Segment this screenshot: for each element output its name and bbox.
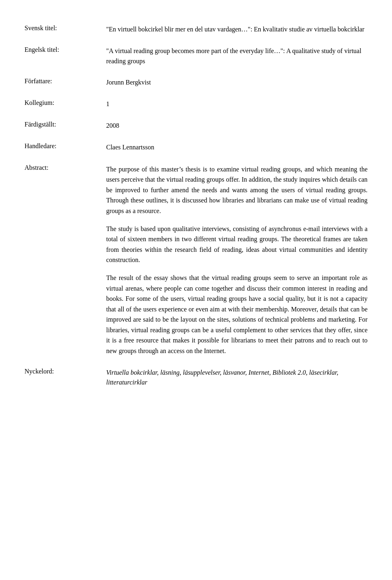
label-nyckelord: Nyckelord: [24,368,106,375]
row-nyckelord: Nyckelord:Virtuella bokcirklar, läsning,… [24,368,368,388]
label-kollegium: Kollegium: [24,99,106,107]
value-engelsk-titel: "A virtual reading group becomes more pa… [106,46,368,67]
page: Svensk titel:"En virtuell bokcirkel blir… [24,24,368,388]
row-abstract: Abstract:The purpose of this master’s th… [24,164,368,356]
abstract-paragraph: The result of the essay shows that the v… [106,273,368,356]
label-forfattare: Författare: [24,78,106,85]
row-kollegium: Kollegium:1 [24,99,368,109]
label-fardigstallt: Färdigställt: [24,121,106,128]
label-handledare: Handledare: [24,142,106,150]
value-nyckelord: Virtuella bokcirklar, läsning, läsupplev… [106,368,368,388]
abstract-paragraph: The study is based upon qualitative inte… [106,224,368,265]
value-abstract: The purpose of this master’s thesis is t… [106,164,368,356]
abstract-paragraph: The purpose of this master’s thesis is t… [106,164,368,216]
row-handledare: Handledare:Claes Lennartsson [24,142,368,153]
label-engelsk-titel: Engelsk titel: [24,46,106,53]
row-engelsk-titel: Engelsk titel:"A virtual reading group b… [24,46,368,67]
label-svensk-titel: Svensk titel: [24,24,106,32]
value-handledare: Claes Lennartsson [106,142,368,153]
label-abstract: Abstract: [24,164,106,171]
value-forfattare: Jorunn Bergkvist [106,78,368,88]
row-fardigstallt: Färdigställt:2008 [24,121,368,131]
row-forfattare: Författare:Jorunn Bergkvist [24,78,368,88]
value-svensk-titel: "En virtuell bokcirkel blir mer en del u… [106,24,368,35]
row-svensk-titel: Svensk titel:"En virtuell bokcirkel blir… [24,24,368,35]
value-fardigstallt: 2008 [106,121,368,131]
value-kollegium: 1 [106,99,368,109]
